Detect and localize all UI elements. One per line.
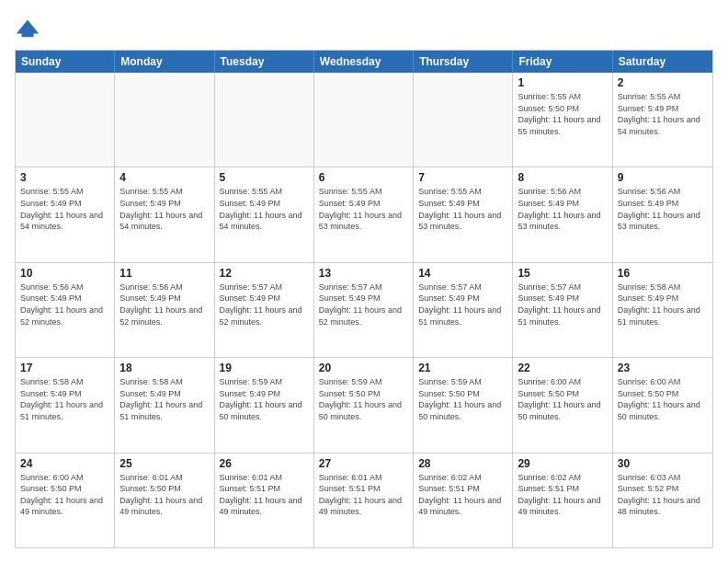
cell-info: Sunrise: 5:58 AMSunset: 5:49 PMDaylight:… [618, 282, 708, 327]
day-number: 28 [418, 457, 507, 470]
day-number: 23 [618, 362, 708, 374]
page: SundayMondayTuesdayWednesdayThursdayFrid… [0, 0, 728, 563]
cell-info: Sunrise: 5:57 AMSunset: 5:49 PMDaylight:… [518, 282, 607, 327]
cell-info: Sunrise: 6:00 AMSunset: 5:50 PMDaylight:… [20, 472, 109, 518]
day-number: 30 [618, 457, 708, 470]
calendar-cell: 29Sunrise: 6:02 AMSunset: 5:51 PMDayligh… [513, 454, 612, 547]
day-number: 24 [20, 457, 109, 470]
cell-info: Sunrise: 5:59 AMSunset: 5:50 PMDaylight:… [418, 376, 507, 422]
calendar-cell [115, 73, 214, 167]
calendar-cell: 1Sunrise: 5:55 AMSunset: 5:50 PMDaylight… [513, 73, 612, 167]
calendar-row-2: 10Sunrise: 5:56 AMSunset: 5:49 PMDayligh… [16, 262, 712, 357]
calendar-cell [215, 73, 314, 167]
cell-info: Sunrise: 5:57 AMSunset: 5:49 PMDaylight:… [220, 282, 309, 327]
day-number: 11 [119, 267, 209, 280]
cell-info: Sunrise: 5:56 AMSunset: 5:49 PMDaylight:… [618, 186, 708, 232]
calendar-row-3: 17Sunrise: 5:58 AMSunset: 5:49 PMDayligh… [16, 357, 712, 452]
cell-info: Sunrise: 5:59 AMSunset: 5:49 PMDaylight:… [220, 376, 309, 422]
cell-info: Sunrise: 6:02 AMSunset: 5:51 PMDaylight:… [518, 472, 607, 518]
cell-info: Sunrise: 5:56 AMSunset: 5:49 PMDaylight:… [518, 186, 607, 232]
day-number: 6 [319, 171, 408, 184]
calendar-cell: 6Sunrise: 5:55 AMSunset: 5:49 PMDaylight… [314, 167, 414, 261]
calendar-cell: 8Sunrise: 5:56 AMSunset: 5:49 PMDaylight… [513, 167, 612, 261]
day-number: 19 [220, 362, 309, 374]
calendar-cell: 4Sunrise: 5:55 AMSunset: 5:49 PMDaylight… [115, 167, 214, 261]
cell-info: Sunrise: 6:03 AMSunset: 5:52 PMDaylight:… [618, 472, 708, 518]
calendar-cell: 26Sunrise: 6:01 AMSunset: 5:51 PMDayligh… [215, 454, 314, 547]
calendar-header: SundayMondayTuesdayWednesdayThursdayFrid… [16, 51, 712, 73]
cell-info: Sunrise: 6:00 AMSunset: 5:50 PMDaylight:… [518, 376, 607, 422]
calendar-row-1: 3Sunrise: 5:55 AMSunset: 5:49 PMDaylight… [16, 167, 712, 261]
day-number: 27 [319, 457, 408, 470]
day-number: 8 [518, 171, 607, 184]
cell-info: Sunrise: 5:56 AMSunset: 5:49 PMDaylight:… [20, 282, 109, 327]
weekday-header-monday: Monday [115, 51, 214, 73]
day-number: 9 [618, 171, 708, 184]
calendar-cell: 22Sunrise: 6:00 AMSunset: 5:50 PMDayligh… [513, 358, 612, 452]
day-number: 22 [518, 362, 607, 374]
cell-info: Sunrise: 5:57 AMSunset: 5:49 PMDaylight:… [319, 282, 408, 327]
calendar-cell: 25Sunrise: 6:01 AMSunset: 5:50 PMDayligh… [115, 454, 214, 547]
cell-info: Sunrise: 6:01 AMSunset: 5:51 PMDaylight:… [319, 472, 408, 518]
calendar-cell: 13Sunrise: 5:57 AMSunset: 5:49 PMDayligh… [314, 263, 414, 357]
day-number: 18 [119, 362, 209, 374]
calendar-cell: 23Sunrise: 6:00 AMSunset: 5:50 PMDayligh… [613, 358, 712, 452]
weekday-header-friday: Friday [513, 51, 612, 73]
calendar: SundayMondayTuesdayWednesdayThursdayFrid… [15, 50, 713, 548]
calendar-cell: 3Sunrise: 5:55 AMSunset: 5:49 PMDaylight… [16, 167, 115, 261]
calendar-cell: 16Sunrise: 5:58 AMSunset: 5:49 PMDayligh… [613, 263, 712, 357]
logo [15, 15, 44, 40]
cell-info: Sunrise: 5:55 AMSunset: 5:49 PMDaylight:… [418, 186, 507, 232]
cell-info: Sunrise: 5:55 AMSunset: 5:49 PMDaylight:… [618, 91, 708, 137]
calendar-cell [314, 73, 414, 167]
calendar-cell [414, 73, 513, 167]
day-number: 16 [618, 267, 708, 280]
calendar-cell: 17Sunrise: 5:58 AMSunset: 5:49 PMDayligh… [16, 358, 115, 452]
day-number: 2 [618, 76, 708, 89]
calendar-cell: 21Sunrise: 5:59 AMSunset: 5:50 PMDayligh… [414, 358, 513, 452]
day-number: 26 [220, 457, 309, 470]
day-number: 21 [418, 362, 507, 374]
cell-info: Sunrise: 6:01 AMSunset: 5:51 PMDaylight:… [220, 472, 309, 518]
day-number: 15 [518, 267, 607, 280]
calendar-cell: 15Sunrise: 5:57 AMSunset: 5:49 PMDayligh… [513, 263, 612, 357]
weekday-header-tuesday: Tuesday [215, 51, 314, 73]
cell-info: Sunrise: 5:57 AMSunset: 5:49 PMDaylight:… [418, 282, 507, 327]
header [15, 15, 713, 40]
calendar-cell: 12Sunrise: 5:57 AMSunset: 5:49 PMDayligh… [215, 263, 314, 357]
cell-info: Sunrise: 5:55 AMSunset: 5:50 PMDaylight:… [518, 91, 607, 137]
day-number: 29 [518, 457, 607, 470]
day-number: 13 [319, 267, 408, 280]
cell-info: Sunrise: 6:01 AMSunset: 5:50 PMDaylight:… [119, 472, 209, 518]
calendar-cell: 20Sunrise: 5:59 AMSunset: 5:50 PMDayligh… [314, 358, 414, 452]
day-number: 5 [220, 171, 309, 184]
cell-info: Sunrise: 5:56 AMSunset: 5:49 PMDaylight:… [119, 282, 209, 327]
weekday-header-sunday: Sunday [16, 51, 115, 73]
day-number: 4 [119, 171, 209, 184]
calendar-cell: 27Sunrise: 6:01 AMSunset: 5:51 PMDayligh… [314, 454, 414, 547]
weekday-header-saturday: Saturday [613, 51, 712, 73]
cell-info: Sunrise: 5:58 AMSunset: 5:49 PMDaylight:… [20, 376, 109, 422]
calendar-cell: 5Sunrise: 5:55 AMSunset: 5:49 PMDaylight… [215, 167, 314, 261]
calendar-cell: 28Sunrise: 6:02 AMSunset: 5:51 PMDayligh… [414, 454, 513, 547]
day-number: 12 [220, 267, 309, 280]
day-number: 25 [119, 457, 209, 470]
calendar-cell: 30Sunrise: 6:03 AMSunset: 5:52 PMDayligh… [613, 454, 712, 547]
cell-info: Sunrise: 5:59 AMSunset: 5:50 PMDaylight:… [319, 376, 408, 422]
calendar-cell: 2Sunrise: 5:55 AMSunset: 5:49 PMDaylight… [613, 73, 712, 167]
weekday-header-thursday: Thursday [414, 51, 513, 73]
day-number: 7 [418, 171, 507, 184]
logo-icon [15, 15, 40, 40]
calendar-cell: 10Sunrise: 5:56 AMSunset: 5:49 PMDayligh… [16, 263, 115, 357]
day-number: 14 [418, 267, 507, 280]
day-number: 3 [20, 171, 109, 184]
calendar-body: 1Sunrise: 5:55 AMSunset: 5:50 PMDaylight… [16, 73, 712, 547]
calendar-cell: 11Sunrise: 5:56 AMSunset: 5:49 PMDayligh… [115, 263, 214, 357]
calendar-cell: 14Sunrise: 5:57 AMSunset: 5:49 PMDayligh… [414, 263, 513, 357]
cell-info: Sunrise: 5:55 AMSunset: 5:49 PMDaylight:… [319, 186, 408, 232]
calendar-row-4: 24Sunrise: 6:00 AMSunset: 5:50 PMDayligh… [16, 453, 712, 547]
calendar-cell: 24Sunrise: 6:00 AMSunset: 5:50 PMDayligh… [16, 454, 115, 547]
calendar-cell: 19Sunrise: 5:59 AMSunset: 5:49 PMDayligh… [215, 358, 314, 452]
calendar-cell: 18Sunrise: 5:58 AMSunset: 5:49 PMDayligh… [115, 358, 214, 452]
calendar-cell: 7Sunrise: 5:55 AMSunset: 5:49 PMDaylight… [414, 167, 513, 261]
